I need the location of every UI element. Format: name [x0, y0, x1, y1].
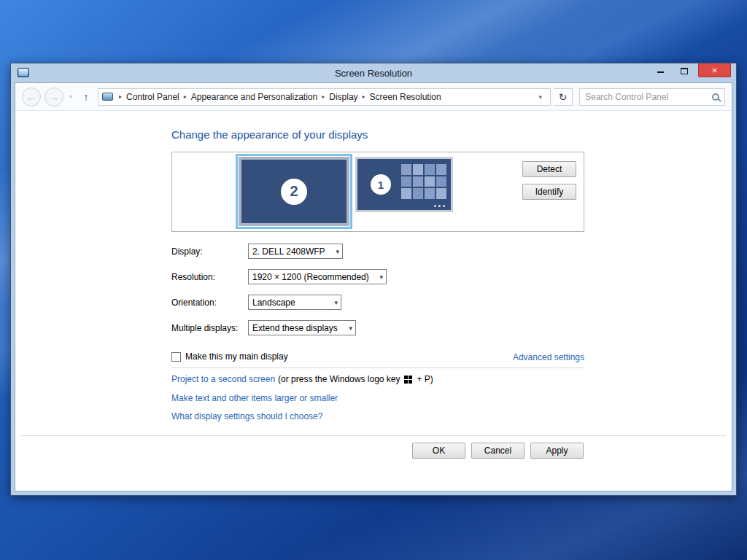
monitor-2[interactable]: 2 [236, 154, 352, 229]
screen-resolution-window: Screen Resolution × ← → ▾ ↑ ▸ Control Pa… [10, 63, 737, 496]
breadcrumb-separator[interactable]: ▸ [179, 93, 191, 100]
search-icon[interactable] [712, 93, 719, 101]
refresh-button[interactable]: ↻ [554, 88, 573, 106]
display-label: Display: [171, 246, 248, 257]
resolution-select[interactable]: 1920 × 1200 (Recommended) ▾ [248, 269, 387, 284]
minimize-button[interactable] [650, 63, 670, 77]
monitor-1-number: 1 [371, 174, 391, 195]
windows-logo-icon [404, 376, 412, 384]
multiple-displays-field-row: Multiple displays: Extend these displays… [171, 320, 356, 335]
minimize-icon [657, 71, 664, 73]
chevron-down-icon: ▾ [538, 93, 542, 101]
section-divider [171, 368, 584, 368]
app-frame: ← → ▾ ↑ ▸ Control Panel ▸ Appearance and… [15, 82, 732, 491]
back-icon: ← [26, 91, 36, 103]
resolution-select-value: 1920 × 1200 (Recommended) [252, 272, 374, 282]
chevron-down-icon: ▾ [374, 273, 383, 281]
main-display-checkbox-row: Make this my main display [171, 351, 288, 362]
chevron-down-icon: ▾ [69, 93, 72, 100]
resolution-field-row: Resolution: 1920 × 1200 (Recommended) ▾ [171, 269, 387, 284]
forward-icon: → [49, 91, 59, 103]
monitor-2-number: 2 [281, 179, 307, 205]
display-field-row: Display: 2. DELL 2408WFP ▾ [171, 244, 343, 259]
maximize-icon [681, 68, 688, 74]
breadcrumb-screen-resolution[interactable]: Screen Resolution [370, 92, 441, 102]
advanced-settings-link[interactable]: Advanced settings [513, 352, 584, 362]
up-button[interactable]: ↑ [78, 89, 94, 105]
ok-button[interactable]: OK [412, 443, 465, 459]
breadcrumb-control-panel[interactable]: Control Panel [126, 92, 179, 102]
detect-button[interactable]: Detect [522, 161, 576, 177]
orientation-label: Orientation: [171, 298, 248, 308]
search-input[interactable] [585, 92, 712, 102]
breadcrumb-separator[interactable]: ▸ [358, 93, 370, 100]
maximize-button[interactable] [674, 63, 694, 77]
display-icon [102, 93, 113, 101]
resolution-label: Resolution: [171, 272, 248, 282]
address-bar: ← → ▾ ↑ ▸ Control Panel ▸ Appearance and… [15, 83, 732, 111]
monitor-1[interactable]: 1 [355, 157, 453, 212]
address-dropdown[interactable]: ▾ [533, 93, 548, 101]
window-controls: × [650, 63, 731, 77]
breadcrumb-separator[interactable]: ▸ [115, 93, 126, 100]
page-title: Change the appearance of your displays [171, 128, 368, 141]
back-button[interactable]: ← [22, 88, 41, 106]
display-select-value: 2. DELL 2408WFP [252, 246, 330, 257]
project-row: Project to a second screen (or press the… [171, 374, 433, 384]
breadcrumb[interactable]: ▸ Control Panel ▸ Appearance and Persona… [98, 88, 551, 106]
orientation-select[interactable]: Landscape ▾ [248, 295, 341, 310]
monitor-2-bezel: 2 [239, 157, 349, 226]
cancel-button[interactable]: Cancel [471, 443, 525, 459]
breadcrumb-appearance[interactable]: Appearance and Personalization [191, 92, 317, 102]
refresh-icon: ↻ [559, 91, 568, 103]
close-button[interactable]: × [698, 63, 731, 77]
titlebar[interactable]: Screen Resolution × [11, 63, 736, 82]
monitor-1-dots [434, 205, 445, 207]
apply-button[interactable]: Apply [530, 443, 584, 459]
footer-divider [21, 435, 726, 436]
orientation-field-row: Orientation: Landscape ▾ [171, 295, 341, 310]
desktop-background: Screen Resolution × ← → ▾ ↑ ▸ Control Pa… [0, 0, 747, 560]
chevron-down-icon: ▾ [343, 324, 352, 332]
project-hint-text: (or press the Windows logo key [278, 374, 400, 384]
forward-button[interactable]: → [44, 88, 63, 106]
monitor-2-screen: 2 [241, 160, 347, 223]
chevron-down-icon: ▾ [328, 299, 338, 306]
display-help-link[interactable]: What display settings should I choose? [171, 411, 322, 421]
monitor-1-screen: 1 [357, 159, 451, 210]
chevron-down-icon: ▾ [330, 248, 339, 255]
dialog-buttons: OK Cancel Apply [412, 443, 584, 459]
multiple-displays-select[interactable]: Extend these displays ▾ [248, 320, 356, 335]
breadcrumb-display[interactable]: Display [329, 92, 357, 102]
search-box [579, 88, 725, 106]
monitor-preview-panel: 2 1 [171, 152, 584, 232]
window-title: Screen Resolution [335, 68, 412, 79]
multiple-displays-select-value: Extend these displays [252, 323, 343, 333]
orientation-select-value: Landscape [252, 298, 328, 308]
main-display-checkbox[interactable] [171, 352, 181, 362]
main-display-checkbox-label: Make this my main display [185, 351, 288, 362]
start-screen-tiles [401, 164, 446, 199]
recent-pages-dropdown[interactable]: ▾ [67, 93, 74, 100]
window-display-icon [18, 68, 29, 77]
close-icon: × [712, 66, 718, 75]
multiple-displays-label: Multiple displays: [171, 323, 248, 333]
project-hint-suffix: + P) [417, 374, 433, 384]
breadcrumb-separator[interactable]: ▸ [317, 93, 329, 100]
display-select[interactable]: 2. DELL 2408WFP ▾ [248, 244, 343, 259]
main-content: Change the appearance of your displays 2… [15, 111, 732, 491]
project-second-screen-link[interactable]: Project to a second screen [171, 374, 275, 384]
up-icon: ↑ [84, 91, 89, 103]
identify-button[interactable]: Identify [522, 184, 576, 200]
text-size-link[interactable]: Make text and other items larger or smal… [171, 393, 338, 403]
